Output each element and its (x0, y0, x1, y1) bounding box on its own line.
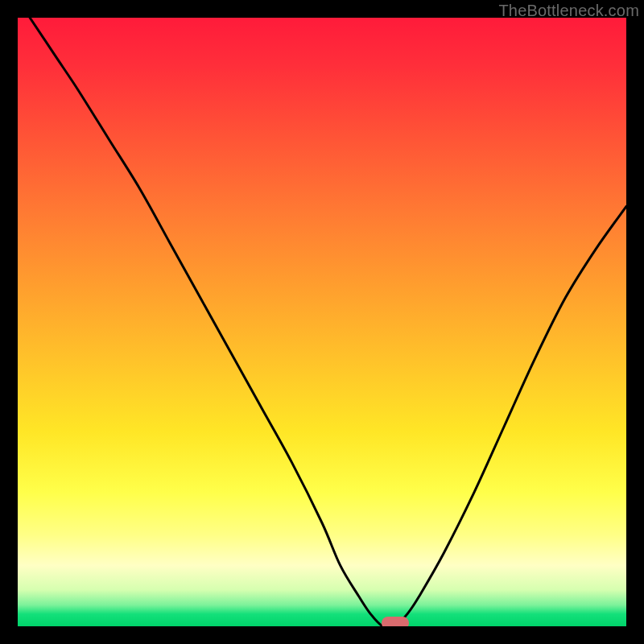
watermark-text: TheBottleneck.com (498, 2, 639, 20)
bottleneck-curve (18, 18, 626, 626)
optimal-point-marker (382, 617, 409, 626)
plot-area (18, 18, 626, 626)
chart-frame: TheBottleneck.com (0, 0, 644, 644)
